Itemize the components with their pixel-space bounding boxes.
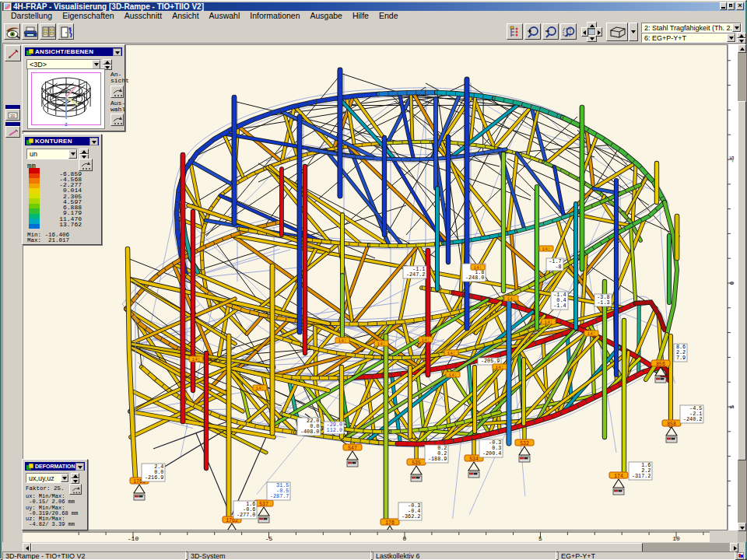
- svg-text:-188.9: -188.9: [428, 456, 447, 462]
- svg-text:5: 5: [538, 535, 542, 542]
- svg-text:-362.2: -362.2: [402, 513, 420, 520]
- svg-text:-248.0: -248.0: [465, 275, 484, 281]
- svg-text:14¦: 14¦: [474, 265, 482, 271]
- svg-text:14¦: 14¦: [256, 386, 265, 391]
- svg-text:-287.7: -287.7: [270, 493, 289, 499]
- svg-text:-277.0: -277.0: [237, 512, 255, 518]
- svg-text:-205.9: -205.9: [481, 358, 500, 364]
- svg-text:7.9: 7.9: [676, 355, 686, 361]
- svg-text:-5: -5: [728, 156, 735, 163]
- svg-text:14¦: 14¦: [192, 357, 201, 362]
- svg-text:14¦: 14¦: [447, 351, 456, 356]
- svg-text:14¦: 14¦: [545, 320, 553, 325]
- svg-text:-247.2: -247.2: [406, 271, 425, 278]
- svg-text:14¦: 14¦: [542, 247, 551, 252]
- svg-text:10: 10: [672, 535, 680, 542]
- svg-text:14¦: 14¦: [377, 341, 386, 347]
- svg-text:176: 176: [385, 520, 395, 526]
- svg-text:0: 0: [728, 281, 735, 285]
- svg-text:-317.2: -317.2: [632, 473, 651, 479]
- svg-text:14¦: 14¦: [449, 373, 458, 378]
- svg-text:174: 174: [614, 474, 623, 479]
- svg-text:0: 0: [403, 535, 407, 542]
- svg-text:14¦: 14¦: [338, 338, 347, 344]
- svg-text:-8: -8: [555, 264, 561, 270]
- svg-text:3D: 3D: [10, 114, 16, 119]
- svg-text:14¦: 14¦: [507, 296, 516, 302]
- svg-text:z: z: [65, 121, 68, 128]
- svg-text:532: 532: [520, 441, 529, 446]
- svg-text:-1.4: -1.4: [553, 303, 566, 309]
- svg-text:547: 547: [348, 446, 357, 451]
- svg-text:-5: -5: [265, 535, 273, 542]
- svg-text:-408.0: -408.0: [300, 429, 319, 435]
- svg-text:14¦: 14¦: [422, 338, 430, 343]
- svg-text:14¦: 14¦: [496, 365, 504, 370]
- svg-text:-1.3: -1.3: [597, 299, 609, 306]
- svg-text:856: 856: [656, 362, 665, 367]
- svg-text:-216.9: -216.9: [145, 474, 163, 481]
- svg-text:-240.2: -240.2: [683, 416, 702, 422]
- svg-text:534: 534: [469, 457, 479, 462]
- svg-text:858: 858: [667, 422, 676, 427]
- svg-text:112.0: 112.0: [327, 427, 342, 433]
- svg-text:-10: -10: [128, 535, 139, 542]
- svg-text:535: 535: [412, 460, 421, 466]
- svg-text:537: 537: [259, 502, 268, 507]
- svg-text:-200.4: -200.4: [482, 450, 501, 457]
- svg-text:5: 5: [728, 404, 735, 408]
- svg-text:14¦: 14¦: [587, 331, 596, 337]
